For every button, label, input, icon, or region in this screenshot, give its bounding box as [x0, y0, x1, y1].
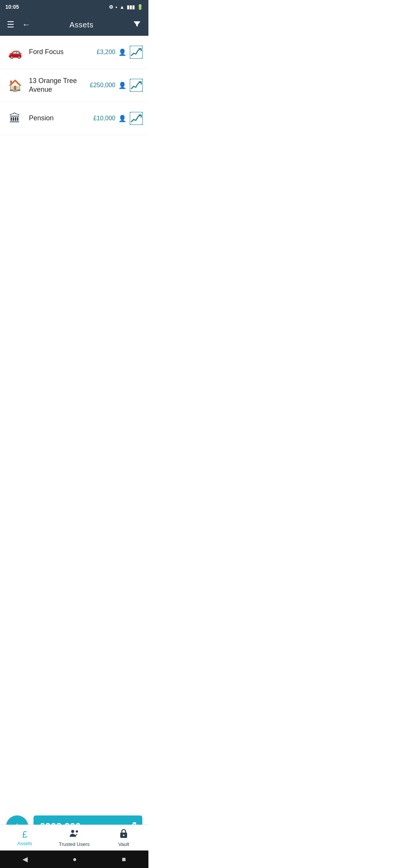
- app-bar: ☰ ← Assets: [0, 14, 148, 36]
- asset-item-pension[interactable]: 🏛 Pension £10,000 👤: [0, 102, 148, 135]
- svg-rect-2: [130, 112, 143, 125]
- signal-icon: ▮▮▮: [127, 4, 135, 10]
- asset-value-pension: £10,000: [93, 115, 115, 122]
- asset-value-house: £250,000: [90, 82, 115, 89]
- status-bar: 10:05 ⚙ • ▲ ▮▮▮ 🔋: [0, 0, 148, 14]
- asset-name-ford-focus: Ford Focus: [29, 48, 64, 56]
- asset-info-pension: Pension: [29, 114, 93, 123]
- asset-icon-wrap-bank: 🏛: [5, 109, 24, 128]
- filter-icon: [132, 19, 142, 29]
- asset-meta-house: £250,000 👤: [90, 78, 143, 92]
- asset-info-ford-focus: Ford Focus: [29, 48, 97, 56]
- asset-icon-wrap-house: 🏠: [5, 76, 24, 95]
- back-button[interactable]: ←: [19, 18, 33, 32]
- menu-button[interactable]: ☰: [4, 18, 18, 32]
- asset-list: 🚗 Ford Focus £3,200 👤 🏠 13 Orange Tree A…: [0, 36, 148, 135]
- house-icon: 🏠: [8, 79, 22, 92]
- trend-chart-icon-pension: [130, 112, 143, 125]
- dot-status-icon: •: [116, 4, 118, 10]
- wifi-icon: ▲: [119, 4, 124, 10]
- battery-icon: 🔋: [137, 4, 143, 10]
- chart-button-house[interactable]: [129, 78, 143, 92]
- app-bar-right: [129, 16, 145, 33]
- filter-button[interactable]: [129, 16, 145, 33]
- trend-chart-icon-ford-focus: [130, 46, 143, 59]
- asset-name-pension: Pension: [29, 114, 54, 122]
- shared-icon-house: 👤: [118, 81, 126, 89]
- asset-info-house: 13 Orange Tree Avenue: [29, 77, 90, 94]
- asset-item-house[interactable]: 🏠 13 Orange Tree Avenue £250,000 👤: [0, 69, 148, 102]
- chart-button-ford-focus[interactable]: [129, 45, 143, 59]
- page-title: Assets: [69, 21, 93, 29]
- svg-rect-0: [130, 46, 143, 59]
- asset-name-house: 13 Orange Tree Avenue: [29, 77, 77, 93]
- asset-value-ford-focus: £3,200: [97, 49, 115, 56]
- asset-meta-ford-focus: £3,200 👤: [97, 45, 143, 59]
- shared-icon-pension: 👤: [118, 115, 126, 123]
- chart-button-pension[interactable]: [129, 112, 143, 125]
- status-icons: ⚙ • ▲ ▮▮▮ 🔋: [109, 4, 143, 10]
- status-time: 10:05: [5, 4, 19, 10]
- svg-rect-1: [130, 79, 143, 92]
- asset-icon-wrap-car: 🚗: [5, 43, 24, 62]
- settings-status-icon: ⚙: [109, 4, 113, 10]
- app-bar-left: ☰ ←: [4, 18, 33, 32]
- bank-icon: 🏛: [9, 112, 21, 125]
- asset-meta-pension: £10,000 👤: [93, 112, 143, 125]
- asset-item-ford-focus[interactable]: 🚗 Ford Focus £3,200 👤: [0, 36, 148, 69]
- car-icon: 🚗: [8, 46, 22, 59]
- shared-icon-ford-focus: 👤: [118, 48, 126, 56]
- trend-chart-icon-house: [130, 79, 143, 92]
